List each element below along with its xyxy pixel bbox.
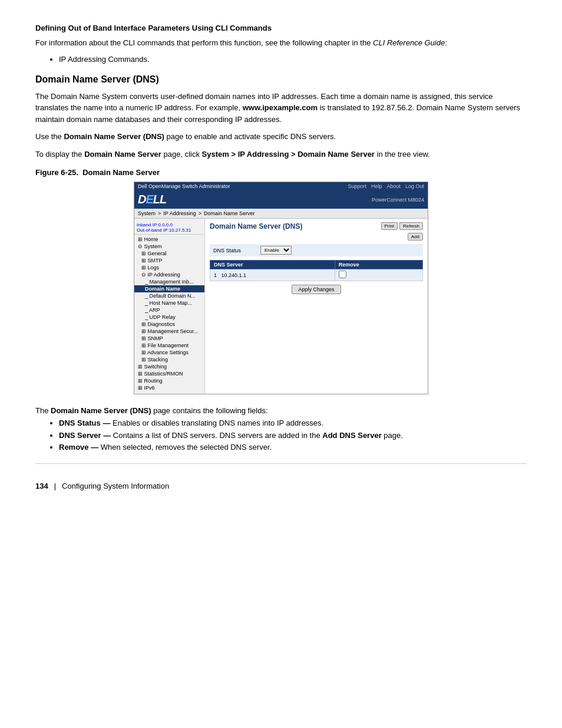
add-button[interactable]: Add: [408, 233, 423, 241]
sidebar-item-file-mgmt[interactable]: ⊞ File Management: [134, 342, 204, 349]
page-footer: 134 | Configuring System Information: [35, 482, 527, 490]
cli-reference-guide-italic: CLI Reference Guide: [373, 38, 445, 47]
dns-server-cell: 1 10.240.1.1: [210, 269, 335, 281]
dns-display-text: To display the Domain Name Server page, …: [35, 149, 527, 160]
sidebar-item-system[interactable]: ⊝ System: [134, 243, 204, 250]
dns-table-head: DNS Server Remove: [210, 261, 423, 269]
cli-body-text: For information about the CLI commands t…: [35, 37, 527, 49]
breadcrumb-system: System: [138, 210, 156, 216]
sidebar-item-host-name-map[interactable]: ⎯ Host Name Map...: [134, 299, 204, 307]
admin-topbar: Dell OpenManage Switch Administrator Sup…: [134, 182, 428, 190]
sidebar-outofband-ip: Out-of-band IP:10.27.5.31: [137, 228, 202, 233]
field-dns-server-desc-pre: Contains a list of DNS servers. DNS serv…: [113, 431, 320, 440]
sidebar-inband-ip: Inband IP:0.0.0.0: [137, 222, 202, 228]
field-dns-server-name: DNS Server —: [59, 431, 111, 440]
dns-table: DNS Server Remove 1 10.240.1.1: [210, 260, 423, 281]
admin-breadcrumb: System > IP Addressing > Domain Name Ser…: [134, 209, 428, 219]
field-remove-name: Remove —: [59, 443, 98, 452]
sidebar-item-routing[interactable]: ⊞ Routing: [134, 377, 204, 384]
fields-intro-text: The Domain Name Server (DNS) page contai…: [35, 405, 527, 417]
dns-table-header-row: DNS Server Remove: [210, 261, 423, 269]
footer-separator-line: [35, 463, 527, 464]
breadcrumb-sep2: >: [199, 210, 201, 216]
remove-checkbox-cell: [335, 269, 422, 281]
topbar-logout[interactable]: Log Out: [405, 183, 424, 189]
sidebar-item-domain-name[interactable]: Domain Name: [134, 285, 204, 292]
sidebar-item-arp[interactable]: ⎯ ARP: [134, 307, 204, 314]
sidebar-item-ipv6[interactable]: ⊞ IPv6: [134, 384, 204, 391]
sidebar-item-stacking[interactable]: ⊞ Stacking: [134, 356, 204, 363]
dell-logo: DELL: [138, 193, 166, 206]
sidebar-item-statistics[interactable]: ⊞ Statistics/RMON: [134, 370, 204, 377]
row-num: 1: [214, 272, 217, 278]
remove-checkbox[interactable]: [339, 271, 346, 278]
main-title-row: Domain Name Server (DNS) Print Refresh: [210, 222, 423, 230]
dns-bold-url: www.ipexample.com: [243, 103, 318, 112]
sidebar-item-advance-settings[interactable]: ⊞ Advance Settings: [134, 349, 204, 356]
fields-list: DNS Status — Enables or disables transla…: [59, 417, 527, 454]
sidebar-item-snmp[interactable]: ⊞ SNMP: [134, 335, 204, 342]
cli-bullet-list: IP Addressing Commands.: [59, 55, 527, 64]
field-dns-status: DNS Status — Enables or disables transla…: [59, 417, 527, 430]
figure-label: Figure 6-25. Domain Name Server: [35, 168, 527, 177]
dns-use-text: Use the Domain Name Server (DNS) page to…: [35, 131, 527, 143]
cli-heading: Defining Out of Band Interface Parameter…: [35, 24, 527, 32]
page-number: 134: [35, 482, 48, 490]
sidebar-ip-info: Inband IP:0.0.0.0 Out-of-band IP:10.27.5…: [134, 221, 204, 235]
topbar-help[interactable]: Help: [371, 183, 382, 189]
sidebar-item-mgmt-inb[interactable]: ⎯ Management Inb...: [134, 278, 204, 285]
refresh-button[interactable]: Refresh: [399, 222, 423, 230]
sidebar-item-home[interactable]: ⊞ Home: [134, 236, 204, 243]
footer-sep: |: [54, 482, 56, 490]
dns-intro-p1: The Domain Name System converts user-def…: [35, 91, 527, 126]
admin-ui-screenshot: Dell OpenManage Switch Administrator Sup…: [134, 182, 428, 394]
sidebar-item-switching[interactable]: ⊞ Switching: [134, 363, 204, 370]
apply-changes-button[interactable]: Apply Changes: [292, 285, 340, 294]
fields-section: The Domain Name Server (DNS) page contai…: [35, 405, 527, 454]
dns-status-select[interactable]: Enable Disable: [260, 246, 292, 255]
main-buttons: Print Refresh: [381, 222, 423, 230]
sidebar-item-ip-addressing[interactable]: ⊝ IP Addressing: [134, 271, 204, 278]
main-page-title: Domain Name Server (DNS): [210, 222, 302, 230]
sidebar-item-diagnostics[interactable]: ⊞ Diagnostics: [134, 321, 204, 328]
dns-table-body: 1 10.240.1.1: [210, 269, 423, 281]
sidebar-item-default-domain[interactable]: ⎯ Default Domain N...: [134, 292, 204, 299]
field-dns-status-desc: Enables or disables translating DNS name…: [113, 419, 323, 427]
breadcrumb-ip-addressing: IP Addressing: [163, 210, 196, 216]
table-row: 1 10.240.1.1: [210, 269, 423, 281]
dns-status-row: DNS Status Enable Disable: [210, 244, 423, 256]
field-dns-server: DNS Server — Contains a list of DNS serv…: [59, 430, 527, 442]
admin-header: DELL PowerConnect M8024: [134, 190, 428, 209]
admin-body: Inband IP:0.0.0.0 Out-of-band IP:10.27.5…: [134, 219, 428, 394]
admin-topbar-title: Dell OpenManage Switch Administrator: [138, 183, 230, 189]
field-remove-desc: When selected, removes the selected DNS …: [101, 443, 272, 452]
admin-main-content: Domain Name Server (DNS) Print Refresh A…: [205, 219, 428, 394]
topbar-support[interactable]: Support: [348, 183, 366, 189]
product-name: PowerConnect M8024: [372, 197, 424, 203]
dns-server-col-header: DNS Server: [210, 261, 335, 269]
field-dns-status-name: DNS Status —: [59, 419, 110, 427]
sidebar-item-udp-relay[interactable]: ⎯ UDP Relay: [134, 314, 204, 321]
admin-topbar-links: Support Help About Log Out: [348, 183, 424, 189]
footer-text: Configuring System Information: [62, 482, 169, 490]
remove-col-header: Remove: [335, 261, 422, 269]
sidebar-item-mgmt-secur[interactable]: ⊞ Management Secur...: [134, 328, 204, 335]
cli-bullet-item: IP Addressing Commands.: [59, 55, 527, 64]
sidebar-item-smtp[interactable]: ⊞ SMTP: [134, 257, 204, 264]
dns-status-label: DNS Status: [213, 248, 260, 253]
field-remove: Remove — When selected, removes the sele…: [59, 442, 527, 454]
dns-section-title: Domain Name Server (DNS): [35, 74, 527, 85]
sidebar-item-logs[interactable]: ⊞ Logs: [134, 264, 204, 271]
sidebar-item-general[interactable]: ⊞ General: [134, 250, 204, 257]
add-row: Add: [210, 233, 423, 241]
breadcrumb-domain: Domain Name Server: [204, 210, 255, 216]
row-server-ip: 10.240.1.1: [222, 272, 247, 278]
admin-sidebar: Inband IP:0.0.0.0 Out-of-band IP:10.27.5…: [134, 219, 205, 394]
print-button[interactable]: Print: [381, 222, 398, 230]
topbar-about[interactable]: About: [386, 183, 401, 189]
apply-row: Apply Changes: [210, 285, 423, 294]
breadcrumb-sep1: >: [158, 210, 161, 216]
